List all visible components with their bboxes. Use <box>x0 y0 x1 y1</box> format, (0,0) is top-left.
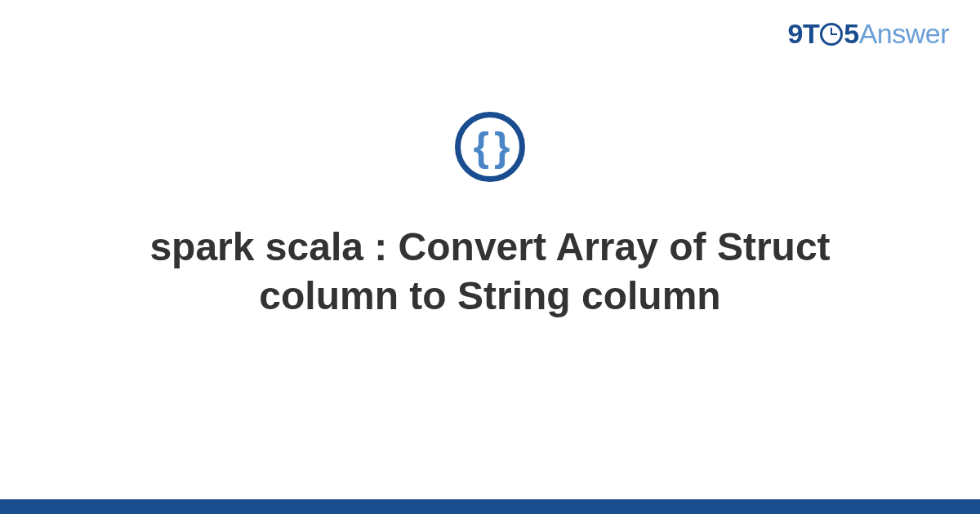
braces-glyph: { } <box>474 126 507 167</box>
page-title: spark scala : Convert Array of Struct co… <box>98 223 882 321</box>
main-content: { } spark scala : Convert Array of Struc… <box>0 0 980 514</box>
footer-bar <box>0 499 980 514</box>
code-braces-icon: { } <box>455 112 525 182</box>
